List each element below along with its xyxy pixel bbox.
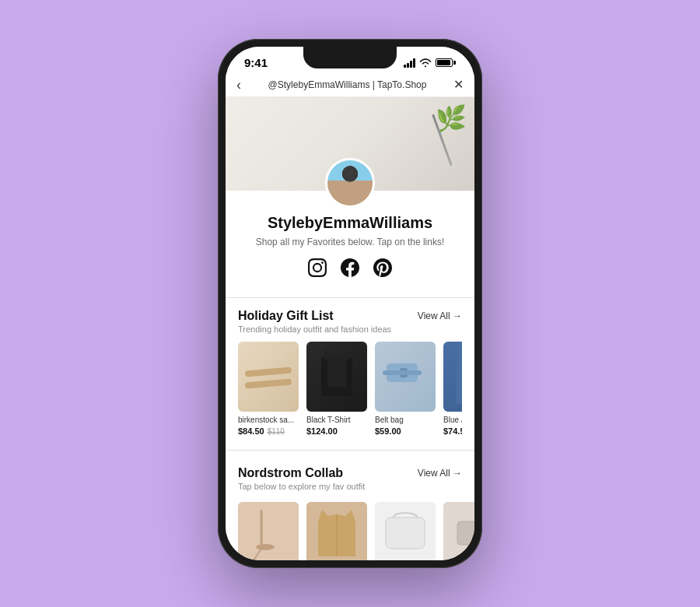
svg-rect-11 <box>386 518 425 549</box>
hero-banner: 🌿 <box>226 97 474 191</box>
profile-name: StylebyEmmaWilliams <box>241 214 459 232</box>
product-card-beltbag[interactable]: Belt bag $59.00 <box>375 342 436 436</box>
leaves-decoration: 🌿 <box>436 104 467 133</box>
product-card-shirt[interactable]: Black T-Shirt $124.00 <box>306 342 367 436</box>
pinterest-icon[interactable] <box>372 257 394 279</box>
holiday-section-subtitle: Trending holiday outfit and fashion idea… <box>238 325 462 334</box>
product-image-sandals <box>238 342 299 412</box>
battery-icon <box>436 58 456 67</box>
status-icons <box>404 58 456 68</box>
nordstrom-product-1[interactable] <box>238 502 299 560</box>
browser-bar: ‹ @StylebyEmmaWilliams | TapTo.Shop ✕ <box>226 72 474 97</box>
product-price-shirt: $124.00 <box>306 426 338 436</box>
product-name-sandals: birkenstock sa... <box>238 416 299 425</box>
nordstrom-view-all-button[interactable]: View All → <box>418 468 462 479</box>
phone-frame: 9:41 ‹ @StylebyEmmaWilliams | TapTo.Sh <box>218 39 482 568</box>
product-name-beltbag: Belt bag <box>375 416 436 425</box>
section-divider-2 <box>226 450 474 451</box>
holiday-products-scroll: birkenstock sa... $84.50 $110 <box>238 342 462 439</box>
close-button[interactable]: ✕ <box>453 77 464 92</box>
scroll-content: 🌿 StylebyEmmaWilliams Shop all my Favori… <box>226 97 474 560</box>
product-name-shirt: Black T-Shirt <box>306 416 367 425</box>
avatar <box>325 158 375 208</box>
nordstrom-section-header: Nordstrom Collab View All → <box>238 466 462 480</box>
product-price-jeans: $74.50 <box>443 426 462 436</box>
product-name-jeans: Blue Jeans <box>443 416 462 425</box>
nordstrom-product-3[interactable] <box>375 502 436 560</box>
product-price-row-jeans: $74.50 <box>443 426 462 436</box>
product-card-sandals[interactable]: birkenstock sa... $84.50 $110 <box>238 342 299 436</box>
svg-rect-13 <box>457 521 474 545</box>
status-time: 9:41 <box>244 56 268 69</box>
holiday-section-title: Holiday Gift List <box>238 309 334 323</box>
facebook-icon[interactable] <box>339 257 361 279</box>
instagram-icon[interactable] <box>306 257 328 279</box>
nordstrom-product-4[interactable] <box>443 502 474 560</box>
social-icons-row <box>241 257 459 279</box>
wifi-icon <box>419 58 432 68</box>
phone-notch <box>303 47 397 68</box>
signal-icon <box>404 58 415 68</box>
product-image-shirt <box>306 342 367 412</box>
product-price-sandals: $84.50 <box>238 426 264 436</box>
svg-rect-4 <box>238 502 299 560</box>
product-price-row-shirt: $124.00 <box>306 426 367 436</box>
back-button[interactable]: ‹ <box>236 78 241 92</box>
product-image-beltbag <box>375 342 436 412</box>
nordstrom-collab-section: Nordstrom Collab View All → Tap below to… <box>226 455 474 491</box>
browser-url: @StylebyEmmaWilliams | TapTo.Shop <box>249 79 446 90</box>
holiday-view-all-button[interactable]: View All → <box>418 311 462 321</box>
phone-screen: 9:41 ‹ @StylebyEmmaWilliams | TapTo.Sh <box>226 47 474 560</box>
nordstrom-product-2[interactable] <box>306 502 367 560</box>
holiday-gift-list-section: Holiday Gift List View All → Trending ho… <box>226 298 474 439</box>
svg-point-6 <box>256 544 275 550</box>
nordstrom-section-title: Nordstrom Collab <box>238 466 343 480</box>
product-price-row-sandals: $84.50 $110 <box>238 426 299 436</box>
product-card-jeans[interactable]: Blue Jeans $74.50 <box>443 342 462 436</box>
product-original-price-sandals: $110 <box>268 427 285 436</box>
avatar-image <box>327 160 373 205</box>
product-image-jeans <box>443 342 462 412</box>
nordstrom-products-row <box>226 499 474 560</box>
svg-rect-2 <box>383 370 422 375</box>
holiday-section-header: Holiday Gift List View All → <box>238 309 462 323</box>
product-price-beltbag: $59.00 <box>375 426 401 436</box>
product-price-row-beltbag: $59.00 <box>375 426 436 436</box>
profile-bio: Shop all my Favorites below. Tap on the … <box>241 237 459 247</box>
nordstrom-section-subtitle: Tap below to explore my fav outfit <box>238 482 462 491</box>
